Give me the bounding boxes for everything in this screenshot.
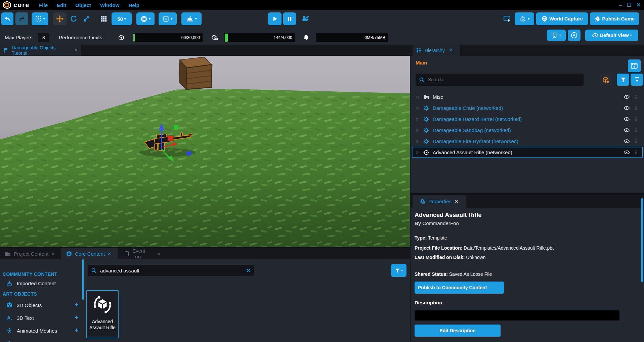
sidebar-item-3d-text[interactable]: A 3D Text [6, 314, 34, 321]
close-icon[interactable]: ✕ [157, 251, 161, 256]
visibility-eye-icon[interactable] [624, 138, 630, 144]
clear-search-icon[interactable]: ✕ [246, 267, 251, 274]
pause-button[interactable] [283, 12, 296, 25]
close-icon[interactable]: ✕ [454, 198, 459, 205]
hierarchy-search[interactable] [416, 74, 584, 86]
add-3d-objects-button[interactable]: + [75, 301, 79, 309]
memory-meter-value: 0MB/75MB [364, 33, 385, 42]
grid-size-dropdown[interactable]: 50 ▾ [112, 12, 132, 25]
tree-row-misc[interactable]: ▷ Misc [412, 91, 643, 102]
close-icon[interactable]: ✕ [74, 48, 78, 53]
minimize-button[interactable]: – [619, 2, 622, 8]
add-3d-text-button[interactable]: + [75, 314, 79, 322]
sidebar-item-label: 3D Objects [17, 302, 42, 308]
expand-caret-icon[interactable]: ▷ [417, 117, 420, 121]
lock-icon[interactable] [633, 94, 639, 100]
content-filter-button[interactable]: ▾ [391, 264, 406, 277]
default-view-dropdown[interactable]: Default View ▾ [585, 30, 638, 41]
properties-tab[interactable]: Properties ✕ [413, 195, 466, 208]
sidebar-item-partial[interactable] [6, 339, 13, 342]
tree-row-advanced-assault-rifle[interactable]: ▷ Advanced Assault Rifle (networked) [412, 147, 643, 158]
tab-core-content[interactable]: Core Content ✕ [61, 248, 118, 259]
script-journal-dropdown[interactable]: ▾ [159, 12, 177, 25]
properties-scrollbar[interactable] [641, 198, 643, 282]
menu-edit[interactable]: Edit [57, 2, 66, 8]
expand-caret-icon[interactable]: ▷ [417, 128, 420, 132]
select-tool-button[interactable]: ▾ [32, 12, 48, 25]
viewport-tab[interactable]: Damageable Objects Tutorial ✕ [0, 45, 81, 56]
import-tray-icon [6, 280, 13, 287]
memory-meter: 0MB/75MB [316, 33, 388, 42]
undo-button[interactable] [1, 12, 13, 25]
sidebar-scrollbar[interactable] [82, 259, 84, 300]
tab-project-content[interactable]: Project Content ✕ [0, 248, 60, 259]
close-button[interactable]: ✕ [636, 2, 641, 8]
max-players-input[interactable]: 8 [38, 33, 49, 42]
tree-row-damageable-sandbag[interactable]: ▷ Damageable Sandbag (networked) [412, 125, 643, 136]
close-icon[interactable]: ✕ [51, 251, 55, 256]
expand-caret-icon[interactable]: ▷ [417, 95, 420, 99]
restore-button[interactable]: ❐ [627, 2, 631, 8]
scale-tool-button[interactable] [81, 12, 91, 25]
publish-game-button[interactable]: Publish Game [590, 12, 639, 25]
tree-row-damageable-crate[interactable]: ▷ Damageable Crate (networked) [412, 102, 643, 114]
content-search[interactable]: ✕ [88, 265, 254, 276]
visibility-eye-icon[interactable] [624, 116, 630, 122]
play-button[interactable] [268, 12, 282, 25]
grid-snap-icon-button[interactable] [99, 12, 109, 25]
lock-icon[interactable] [633, 128, 639, 133]
tab-event-log[interactable]: Event Log ✕ [119, 248, 165, 259]
collapse-all-button[interactable] [631, 74, 643, 86]
menu-object[interactable]: Object [75, 2, 91, 8]
sidebar-item-animated-meshes[interactable]: Animated Meshes [6, 327, 57, 334]
sidebar-item-3d-objects[interactable]: 3D Objects [6, 302, 42, 308]
visibility-eye-icon[interactable] [624, 127, 630, 133]
world-capture-button[interactable]: World Capture [536, 12, 588, 25]
world-settings-dropdown[interactable]: ▾ [136, 12, 155, 25]
networked-objects-toggle[interactable] [600, 74, 612, 86]
lock-icon[interactable] [633, 105, 639, 111]
visibility-eye-icon[interactable] [624, 94, 630, 100]
save-options-dropdown[interactable]: ▾ [547, 30, 566, 41]
menu-file[interactable]: File [39, 2, 48, 8]
close-icon[interactable]: ✕ [449, 48, 453, 53]
screen-preview-button[interactable] [501, 12, 513, 25]
publish-to-community-button[interactable]: Publish to Community Content [415, 282, 504, 294]
hierarchy-filter-button[interactable] [617, 74, 629, 86]
move-tool-button[interactable] [53, 12, 67, 25]
tree-row-damageable-fire-hydrant[interactable]: ▷ Damageable Fire Hydrant (networked) [412, 136, 643, 147]
close-icon[interactable]: ✕ [108, 251, 111, 256]
visibility-eye-icon[interactable] [624, 149, 630, 156]
lock-icon[interactable] [633, 150, 639, 155]
redo-button[interactable] [15, 12, 28, 25]
expand-caret-icon[interactable]: ▷ [417, 106, 420, 110]
content-search-input[interactable] [99, 267, 244, 274]
menu-window[interactable]: Window [100, 2, 119, 8]
help-compass-button[interactable] [568, 30, 581, 41]
terrain-dropdown[interactable]: ▾ [181, 12, 202, 25]
description-field[interactable] [415, 310, 619, 320]
visibility-eye-icon[interactable] [624, 105, 630, 111]
chevron-down-icon: ▾ [124, 17, 126, 20]
bot-tools-dropdown[interactable]: ▾ [515, 12, 534, 25]
scene-name[interactable]: Main [416, 60, 427, 66]
sidebar-item-imported-content[interactable]: Imported Content [6, 280, 56, 287]
tree-row-damageable-hazard-barrel[interactable]: ▷ Damageable Hazard Barrel (networked) [412, 114, 643, 125]
scene-flag-icon [3, 47, 9, 53]
networked-meter-fill [225, 34, 228, 42]
hierarchy-tab[interactable]: Hierarchy ✕ [413, 45, 460, 56]
expand-caret-icon[interactable]: ▷ [417, 150, 420, 155]
multiplayer-preview-button[interactable] [299, 12, 311, 25]
expand-caret-icon[interactable]: ▷ [417, 139, 420, 143]
edit-description-button[interactable]: Edit Description [415, 325, 501, 337]
viewport-3d-scene[interactable] [0, 56, 410, 247]
rotate-tool-button[interactable] [69, 12, 79, 25]
lock-icon[interactable] [633, 117, 639, 122]
cinematic-editor-button[interactable] [628, 59, 641, 72]
hierarchy-search-input[interactable] [427, 77, 584, 83]
add-animated-meshes-button[interactable]: + [75, 327, 79, 334]
menu-help[interactable]: Help [128, 2, 139, 8]
lock-icon[interactable] [633, 139, 639, 144]
chevron-down-icon: ▾ [528, 17, 529, 20]
asset-card-advanced-assault-rifle[interactable]: Advanced Assault Rifle [86, 290, 119, 338]
